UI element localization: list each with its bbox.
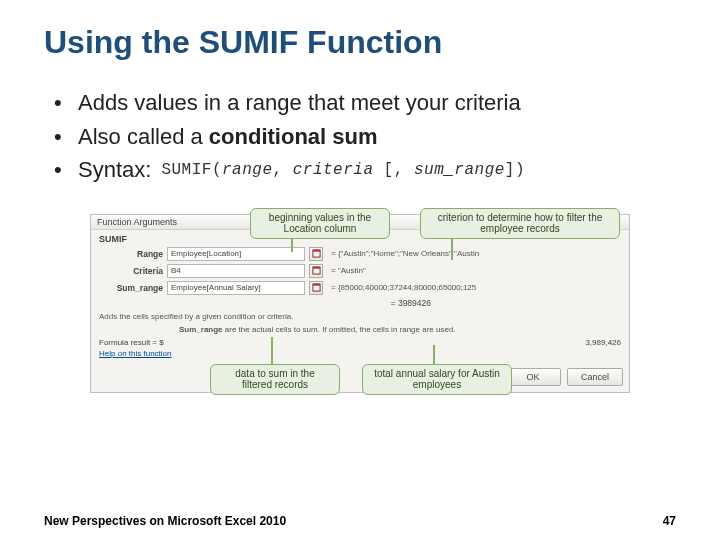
dialog-description: Adds the cells specified by a given cond…: [99, 312, 621, 321]
help-link[interactable]: Help on this function: [99, 349, 172, 358]
footer-text: New Perspectives on Microsoft Excel 2010: [44, 514, 286, 528]
syntax-fn: SUMIF(: [161, 161, 222, 179]
svg-rect-3: [312, 267, 319, 269]
input-criteria[interactable]: B4: [167, 264, 305, 278]
label-criteria: Criteria: [99, 266, 163, 276]
label-range: Range: [99, 249, 163, 259]
eval-criteria: = "Austin": [331, 266, 366, 275]
dialog-screenshot: beginning values in the Location column …: [90, 214, 630, 393]
eval-range: = {"Austin";"Home";"New Orleans";"Austin: [331, 249, 479, 258]
refedit-icon: [312, 249, 321, 258]
bullet-2-pre: Also called a: [78, 124, 209, 149]
page-title: Using the SUMIF Function: [44, 24, 676, 61]
syntax-code: SUMIF(range, criteria [, sum_range]): [161, 160, 525, 180]
input-range[interactable]: Employee[Location]: [167, 247, 305, 261]
bullet-2: Also called a conditional sum: [54, 123, 676, 151]
callout-location-column: beginning values in the Location column: [250, 208, 390, 239]
ok-button[interactable]: OK: [505, 368, 561, 386]
syntax-arg-sumrange: sum_range: [414, 161, 505, 179]
refedit-range-button[interactable]: [309, 247, 323, 261]
input-sumrange[interactable]: Employee[Annual Salary]: [167, 281, 305, 295]
label-sumrange: Sum_range: [99, 283, 163, 293]
bullet-list: Adds values in a range that meet your cr…: [54, 89, 676, 184]
formula-result-value: 3,989,426: [585, 338, 621, 347]
result-equals: = 3989426: [99, 298, 621, 308]
bullet-2-bold: conditional sum: [209, 124, 378, 149]
function-arguments-dialog: Function Arguments SUMIF Range Employee[…: [90, 214, 630, 393]
refedit-sumrange-button[interactable]: [309, 281, 323, 295]
refedit-icon: [312, 266, 321, 275]
page-number: 47: [663, 514, 676, 528]
bullet-3: Syntax: SUMIF(range, criteria [, sum_ran…: [54, 156, 676, 184]
svg-rect-5: [312, 284, 319, 286]
syntax-arg-criteria: criteria: [293, 161, 374, 179]
eval-sumrange: = {85000;40000;37244;80000;65000;125: [331, 283, 476, 292]
row-criteria: Criteria B4 = "Austin": [99, 264, 621, 278]
slide-footer: New Perspectives on Microsoft Excel 2010…: [44, 514, 676, 528]
syntax-arg-range: range: [222, 161, 273, 179]
row-range: Range Employee[Location] = {"Austin";"Ho…: [99, 247, 621, 261]
dialog-arg-description: Sum_range are the actual cells to sum. I…: [179, 325, 621, 334]
refedit-icon: [312, 283, 321, 292]
svg-rect-1: [312, 250, 319, 252]
syntax-label: Syntax:: [78, 156, 151, 184]
row-sumrange: Sum_range Employee[Annual Salary] = {850…: [99, 281, 621, 295]
callout-total-salary: total annual salary for Austin employees: [362, 364, 512, 395]
refedit-criteria-button[interactable]: [309, 264, 323, 278]
bullet-1: Adds values in a range that meet your cr…: [54, 89, 676, 117]
callout-filtered-data: data to sum in the filtered records: [210, 364, 340, 395]
callout-criterion: criterion to determine how to filter the…: [420, 208, 620, 239]
cancel-button[interactable]: Cancel: [567, 368, 623, 386]
formula-result-label: Formula result = $: [99, 338, 164, 347]
